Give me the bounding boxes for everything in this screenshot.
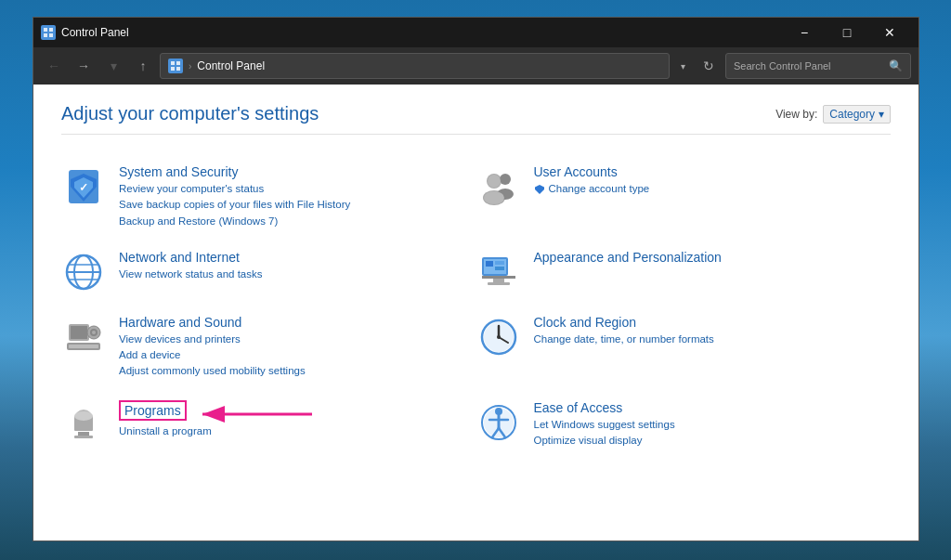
- system-security-icon: ✓: [61, 164, 106, 209]
- ease-text: Ease of Access Let Windows suggest setti…: [534, 400, 892, 449]
- svg-rect-31: [495, 267, 504, 270]
- clock-icon: [476, 315, 521, 359]
- hardware-link-1[interactable]: View devices and printers: [119, 332, 476, 347]
- svg-point-47: [74, 411, 93, 421]
- search-box[interactable]: Search Control Panel 🔍: [725, 53, 911, 79]
- view-by-value: Category: [829, 108, 875, 121]
- category-system-security: ✓ System and Security Review your comput…: [61, 157, 476, 242]
- svg-rect-3: [49, 33, 53, 37]
- address-bar-icon: [168, 59, 183, 73]
- hardware-link-3[interactable]: Adjust commonly used mobility settings: [119, 363, 476, 379]
- svg-rect-2: [44, 33, 47, 37]
- svg-point-16: [488, 175, 501, 188]
- network-icon: [61, 250, 106, 294]
- user-accounts-link-1[interactable]: Change account type: [549, 181, 650, 197]
- network-text: Network and Internet View network status…: [119, 250, 476, 282]
- shield-small-icon: [534, 184, 545, 195]
- svg-point-14: [500, 174, 511, 185]
- control-panel-window: Control Panel − □ ✕ ← → ▾ ↑ › Control Pa…: [33, 17, 919, 541]
- svg-rect-1: [49, 28, 53, 32]
- svg-rect-30: [495, 261, 504, 265]
- category-user-accounts: User Accounts Change account type: [476, 157, 892, 242]
- clock-link-1[interactable]: Change date, time, or number formats: [534, 332, 892, 347]
- network-link-1[interactable]: View network status and tasks: [119, 267, 476, 282]
- category-ease: Ease of Access Let Windows suggest setti…: [476, 393, 892, 462]
- svg-rect-48: [78, 432, 89, 436]
- view-by-control: View by: Category ▾: [775, 105, 891, 124]
- clock-text: Clock and Region Change date, time, or n…: [534, 315, 892, 347]
- address-separator: ›: [189, 61, 191, 72]
- category-hardware: Hardware and Sound View devices and prin…: [61, 307, 476, 393]
- ease-of-access-icon: [476, 400, 521, 445]
- appearance-icon: [476, 250, 521, 294]
- window-title: Control Panel: [61, 26, 783, 39]
- user-accounts-text: User Accounts Change account type: [534, 164, 892, 197]
- page-title: Adjust your computer's settings: [61, 103, 319, 124]
- title-bar: Control Panel − □ ✕: [33, 18, 918, 47]
- svg-rect-28: [488, 282, 510, 285]
- refresh-button[interactable]: ↻: [696, 53, 722, 79]
- network-title[interactable]: Network and Internet: [119, 250, 476, 265]
- system-security-link-2[interactable]: Save backup copies of your files with Fi…: [119, 197, 476, 213]
- window-controls: − □ ✕: [783, 18, 911, 47]
- svg-rect-33: [71, 326, 87, 339]
- close-button[interactable]: ✕: [868, 18, 911, 47]
- chevron-down-icon: ▾: [879, 108, 884, 121]
- forward-button[interactable]: →: [71, 53, 97, 79]
- svg-rect-0: [44, 28, 47, 32]
- svg-point-36: [92, 331, 96, 334]
- svg-rect-5: [176, 61, 180, 65]
- appearance-title[interactable]: Appearance and Personalization: [534, 250, 892, 265]
- svg-rect-27: [493, 279, 504, 282]
- svg-rect-29: [486, 261, 493, 267]
- svg-rect-49: [74, 436, 93, 438]
- view-by-label: View by:: [775, 108, 817, 121]
- address-text: Control Panel: [197, 59, 265, 72]
- svg-rect-7: [176, 67, 180, 71]
- address-bar: ← → ▾ ↑ › Control Panel ▾ ↻ Search Contr…: [33, 47, 918, 85]
- hardware-title[interactable]: Hardware and Sound: [119, 315, 476, 330]
- ease-link-2[interactable]: Optimize visual display: [534, 433, 892, 449]
- svg-marker-18: [535, 185, 544, 194]
- minimize-button[interactable]: −: [783, 18, 826, 47]
- programs-text: Programs Uninstall a program: [119, 400, 476, 439]
- search-icon: 🔍: [889, 59, 903, 72]
- programs-title[interactable]: Programs: [119, 400, 187, 421]
- search-placeholder: Search Control Panel: [734, 60, 831, 72]
- svg-point-17: [484, 191, 504, 204]
- content-area: Adjust your computer's settings View by:…: [33, 85, 918, 540]
- svg-rect-38: [69, 345, 98, 348]
- content-header: Adjust your computer's settings View by:…: [61, 103, 891, 135]
- view-by-dropdown[interactable]: Category ▾: [823, 105, 891, 124]
- programs-icon: [61, 400, 106, 445]
- system-security-link-1[interactable]: Review your computer's status: [119, 181, 476, 197]
- clock-title[interactable]: Clock and Region: [534, 315, 892, 330]
- category-programs: Programs Uninstall a program: [61, 393, 476, 462]
- category-appearance: Appearance and Personalization: [476, 242, 892, 307]
- desktop: Control Panel − □ ✕ ← → ▾ ↑ › Control Pa…: [0, 0, 951, 560]
- hardware-link-2[interactable]: Add a device: [119, 347, 476, 363]
- svg-point-43: [497, 335, 501, 339]
- user-accounts-title[interactable]: User Accounts: [534, 164, 892, 179]
- category-clock: Clock and Region Change date, time, or n…: [476, 307, 892, 393]
- appearance-text: Appearance and Personalization: [534, 250, 892, 267]
- svg-rect-4: [171, 61, 175, 65]
- address-dropdown-button[interactable]: ▾: [673, 53, 692, 79]
- maximize-button[interactable]: □: [826, 18, 868, 47]
- system-security-title[interactable]: System and Security: [119, 164, 476, 179]
- user-accounts-icon: [476, 164, 521, 209]
- back-button[interactable]: ←: [41, 53, 67, 79]
- up-button[interactable]: ↑: [130, 53, 156, 79]
- category-network: Network and Internet View network status…: [61, 242, 476, 307]
- address-field[interactable]: › Control Panel: [160, 53, 670, 79]
- svg-rect-26: [482, 276, 515, 279]
- svg-rect-6: [171, 67, 175, 71]
- system-security-link-3[interactable]: Backup and Restore (Windows 7): [119, 214, 476, 229]
- programs-link-1[interactable]: Uninstall a program: [119, 423, 476, 439]
- system-security-text: System and Security Review your computer…: [119, 164, 476, 229]
- svg-text:✓: ✓: [79, 181, 88, 194]
- ease-title[interactable]: Ease of Access: [534, 400, 892, 415]
- dropdown-button[interactable]: ▾: [100, 53, 126, 79]
- hardware-icon: [61, 315, 106, 359]
- ease-link-1[interactable]: Let Windows suggest settings: [534, 417, 892, 433]
